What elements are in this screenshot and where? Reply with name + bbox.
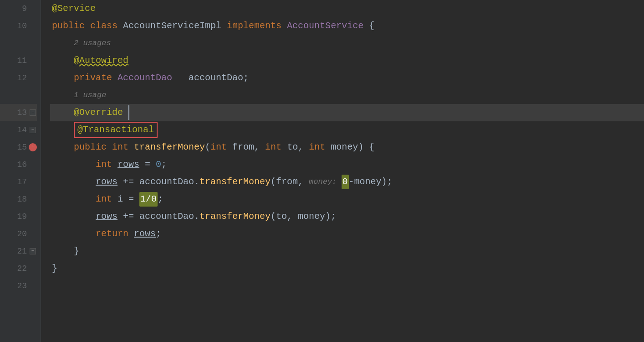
var-rows-20: rows [134,227,156,241]
gutter-icon-16 [29,161,37,169]
param-from: from, [232,140,265,155]
gutter-row-22: 22 [0,260,37,277]
breakpoint-button-15[interactable]: ↑ [29,143,37,151]
param-hint-money: money: [309,176,341,188]
paren-17: (from, [271,175,309,189]
hint-2-usages: 2 usages [74,37,111,49]
fold-button-13[interactable]: − [30,109,36,116]
gutter-row-10: 10 [0,17,37,35]
param-money: money) { [331,140,374,155]
gutter-row-21: 21 − [0,243,37,260]
gutter-icon-19 [29,212,37,221]
line-num-17: 17 [14,176,27,189]
num-zero-16: 0 [156,157,161,172]
param-to: to, [287,140,309,155]
gutter-row-hint2 [0,87,37,104]
code-line-19: rows += accountDao.transferMoney(to, mon… [50,208,644,225]
gutter-icon-12 [29,74,37,82]
varname-accountdao: accountDao; [189,71,249,85]
code-line-14: @Transactional [50,121,644,139]
brace-close-22: } [52,261,57,276]
annotation-transactional: @Transactional [77,124,154,135]
line-num-10: 10 [14,20,27,33]
gutter-icon-21[interactable]: − [29,247,37,255]
method-transfermoney-19: transferMoney [199,209,271,224]
line-num-9: 9 [14,2,27,16]
gutter-row-20: 20 [0,225,37,243]
minus-money-17: -money); [349,175,393,189]
hint-1-usage: 1 usage [74,89,106,101]
gutter-icon-15[interactable]: ↑ [29,143,37,151]
breakpoint-arrow: ↑ [31,143,35,152]
gutter-icon-17 [29,178,37,186]
line-num-15: 15 [14,141,27,154]
methodname-transfermoney: transferMoney [134,140,205,155]
args-19: (to, money); [271,209,336,224]
gutter-row-hint1 [0,35,37,52]
semi-16: ; [161,157,167,172]
var-rows-17: rows [96,175,118,189]
code-line-17: rows += accountDao.transferMoney(from, m… [50,173,644,191]
line-num-21: 21 [14,245,27,258]
annotation-autowired: @Autowired [74,53,128,68]
code-line-hint1: 2 usages [50,35,644,52]
gutter-icon-hint2 [29,91,37,99]
gutter-row-17: 17 [0,173,37,191]
gutter-icon-hint1 [29,39,37,47]
gutter-row-14: 14 − [0,121,37,139]
gutter-icon-13[interactable]: − [29,109,37,117]
code-line-13: @Override [50,104,644,121]
kw-int-money: int [309,140,331,155]
gutter-row-18: 18 [0,191,37,208]
fold-button-14[interactable]: − [30,127,36,133]
annotation-override: @Override [74,105,123,120]
gutter-row-23: 23 [0,277,37,295]
kw-implements: implements [227,19,287,33]
gutter-row-16: 16 [0,156,37,173]
brace-close-21: } [74,244,79,259]
kw-public-10: public [52,19,90,33]
paren-open-15: ( [205,140,210,155]
code-line-hint2: 1 usage [50,87,644,104]
assign-16: = [139,157,156,172]
gutter-row-12: 12 [0,69,37,87]
kw-return-20: return [96,227,134,241]
zero-highlight-17: 0 [342,175,349,189]
semi-18: ; [158,192,163,207]
code-line-22: } [50,260,644,277]
fold-button-21[interactable]: − [30,248,36,254]
code-line-16: int rows = 0; [50,156,644,173]
var-i-18: i = [118,192,139,207]
line-num-14: 14 [14,124,27,137]
transactional-box: @Transactional [74,122,158,138]
code-line-23 [50,277,644,295]
semi-20: ; [156,227,161,241]
gutter-icon-23 [29,282,37,290]
gutter-row-19: 19 [0,208,37,225]
code-line-9: @Service [50,0,644,17]
kw-private-12: private [74,71,118,85]
line-num-20: 20 [14,228,27,241]
gutter-icon-14[interactable]: − [29,126,37,134]
line-num-22: 22 [14,262,27,275]
classname-accountserviceimpl: AccountServiceImpl [123,19,227,33]
gutter-icon-10 [29,22,37,30]
gutter-row-15: 15 ↑ [0,139,37,156]
line-num-11: 11 [14,54,27,67]
line-num-18: 18 [14,193,27,206]
cursor-13 [123,105,129,120]
code-line-11: @Autowired [50,52,644,69]
gutter-icon-18 [29,195,37,203]
method-transfermoney-17: transferMoney [199,175,271,189]
gutter-row-9: 9 [0,0,37,17]
line-num-13: 13 [14,106,27,119]
kw-int-from: int [210,140,232,155]
gutter-icon-22 [29,264,37,273]
code-line-18: int i = 1/0; [50,191,644,208]
kw-public-15: public [74,140,112,155]
kw-int-15: int [112,140,134,155]
accountdao-19: accountDao. [139,209,199,224]
code-line-12: private AccountDao accountDao; [50,69,644,87]
code-content[interactable]: @Service public class AccountServiceImpl… [41,0,644,342]
classname-accountdao: AccountDao [118,71,172,85]
